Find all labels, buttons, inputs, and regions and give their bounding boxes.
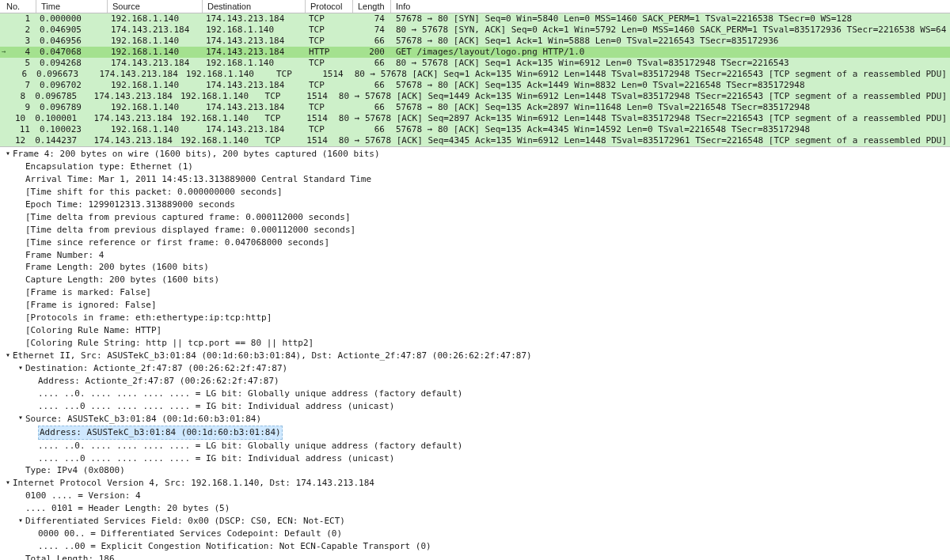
packet-row[interactable]: 80.096785174.143.213.184192.168.1.140TCP…	[0, 91, 950, 102]
cell-no: 10	[2, 113, 30, 124]
detail-text: Arrival Time: Mar 1, 2011 14:45:13.31388…	[25, 173, 371, 186]
cell-info: GET /images/layout/logo.png HTTP/1.0	[391, 47, 950, 58]
cell-info: 80 → 57678 [ACK] Seq=4345 Ack=135 Win=69…	[334, 135, 950, 146]
detail-line[interactable]: [Coloring Rule String: http || tcp.port …	[0, 337, 950, 350]
tree-toggle-icon[interactable]	[3, 350, 13, 361]
packet-row[interactable]: 120.144237174.143.213.184192.168.1.140TC…	[0, 135, 950, 146]
cell-info: 80 → 57678 [ACK] Seq=1 Ack=135 Win=6912 …	[391, 58, 950, 69]
col-header-destination[interactable]: Destination	[203, 0, 306, 13]
detail-line[interactable]: Total Length: 186	[0, 553, 950, 560]
packet-row[interactable]: →40.047068192.168.1.140174.143.213.184HT…	[0, 47, 950, 58]
cell-time: 0.094268	[35, 58, 106, 69]
detail-text: Total Length: 186	[25, 553, 115, 560]
tree-toggle-icon[interactable]	[16, 515, 25, 527]
cell-time: 0.046905	[35, 25, 106, 36]
col-header-info[interactable]: Info	[391, 0, 950, 13]
cell-time: 0.096702	[35, 80, 106, 91]
detail-line[interactable]: [Protocols in frame: eth:ethertype:ip:tc…	[0, 312, 950, 324]
cell-destination: 192.168.1.140	[176, 91, 260, 102]
packet-row[interactable]: 20.046905174.143.213.184192.168.1.140TCP…	[0, 25, 950, 36]
cell-destination: 174.143.213.184	[201, 36, 304, 47]
packet-row[interactable]: 70.096702192.168.1.140174.143.213.184TCP…	[0, 80, 950, 91]
detail-line[interactable]: Ethernet II, Src: ASUSTekC_b3:01:84 (00:…	[0, 350, 950, 362]
detail-line[interactable]: 0100 .... = Version: 4	[0, 490, 950, 502]
detail-line[interactable]: Differentiated Services Field: 0x00 (DSC…	[0, 515, 950, 528]
cell-no: 9	[2, 102, 35, 113]
cell-info: 57678 → 80 [ACK] Seq=135 Ack=2897 Win=11…	[391, 102, 950, 113]
detail-line[interactable]: .... ...0 .... .... .... .... = IG bit: …	[0, 452, 950, 465]
detail-line[interactable]: Destination: Actionte_2f:47:87 (00:26:62…	[0, 362, 950, 375]
cell-destination: 174.143.213.184	[201, 13, 304, 25]
col-header-source[interactable]: Source	[108, 0, 203, 13]
detail-line[interactable]: [Time shift for this packet: 0.000000000…	[0, 186, 950, 199]
detail-line[interactable]: Frame Length: 200 bytes (1600 bits)	[0, 261, 950, 274]
tree-toggle-icon[interactable]	[16, 412, 25, 424]
packet-row[interactable]: 10.000000192.168.1.140174.143.213.184TCP…	[0, 13, 950, 25]
detail-text: Frame Number: 4	[25, 249, 104, 262]
col-header-no[interactable]: No.	[2, 0, 36, 13]
detail-line[interactable]: [Time delta from previous displayed fram…	[0, 224, 950, 236]
cell-source: 174.143.213.184	[94, 69, 180, 80]
col-header-time[interactable]: Time	[36, 0, 108, 13]
cell-length: 66	[352, 124, 391, 135]
cell-source: 174.143.213.184	[106, 58, 201, 69]
detail-line[interactable]: .... 0101 = Header Length: 20 bytes (5)	[0, 502, 950, 515]
detail-line[interactable]: .... ..0. .... .... .... .... = LG bit: …	[0, 440, 950, 452]
detail-text: [Time shift for this packet: 0.000000000…	[25, 186, 283, 199]
detail-line[interactable]: [Frame is ignored: False]	[0, 299, 950, 312]
detail-text: Destination: Actionte_2f:47:87 (00:26:62…	[25, 362, 287, 375]
cell-destination: 192.168.1.140	[176, 113, 260, 124]
tree-toggle-icon[interactable]	[3, 148, 13, 160]
detail-line[interactable]: Address: ASUSTekC_b3:01:84 (00:1d:60:b3:…	[0, 426, 950, 440]
detail-text: Internet Protocol Version 4, Src: 192.16…	[13, 477, 374, 490]
detail-line[interactable]: 0000 00.. = Differentiated Services Code…	[0, 528, 950, 540]
tree-toggle-icon[interactable]	[16, 362, 25, 374]
detail-line[interactable]: [Frame is marked: False]	[0, 286, 950, 299]
detail-text: [Coloring Rule Name: HTTP]	[25, 324, 162, 337]
detail-line[interactable]: .... ...0 .... .... .... .... = IG bit: …	[0, 400, 950, 413]
detail-text: Encapsulation type: Ethernet (1)	[25, 161, 193, 173]
detail-line[interactable]: Encapsulation type: Ethernet (1)	[0, 161, 950, 173]
cell-source: 192.168.1.140	[106, 36, 201, 47]
detail-line[interactable]: .... ..0. .... .... .... .... = LG bit: …	[0, 388, 950, 400]
detail-line[interactable]: .... ..00 = Explicit Congestion Notifica…	[0, 540, 950, 553]
cell-protocol: TCP	[272, 69, 314, 80]
cell-time: 0.100001	[30, 113, 89, 124]
cell-destination: 174.143.213.184	[201, 47, 304, 58]
detail-line[interactable]: Type: IPv4 (0x0800)	[0, 464, 950, 477]
detail-line[interactable]: Frame 4: 200 bytes on wire (1600 bits), …	[0, 148, 950, 161]
cell-source: 174.143.213.184	[89, 135, 176, 146]
packet-row[interactable]: 110.100023192.168.1.140174.143.213.184TC…	[0, 124, 950, 135]
detail-text: [Protocols in frame: eth:ethertype:ip:tc…	[25, 312, 272, 324]
detail-line[interactable]: Source: ASUSTekC_b3:01:84 (00:1d:60:b3:0…	[0, 413, 950, 426]
detail-line[interactable]: [Time since reference or first frame: 0.…	[0, 236, 950, 249]
cell-no: 11	[2, 124, 35, 135]
cell-no: 6	[2, 69, 32, 80]
current-row-marker-icon: →	[2, 47, 6, 57]
detail-line[interactable]: Address: Actionte_2f:47:87 (00:26:62:2f:…	[0, 375, 950, 388]
detail-line[interactable]: [Time delta from previous captured frame…	[0, 211, 950, 224]
detail-line[interactable]: Internet Protocol Version 4, Src: 192.16…	[0, 477, 950, 490]
detail-line[interactable]: [Coloring Rule Name: HTTP]	[0, 324, 950, 337]
tree-toggle-icon[interactable]	[3, 477, 13, 489]
packet-row[interactable]: 100.100001174.143.213.184192.168.1.140TC…	[0, 113, 950, 124]
cell-protocol: TCP	[304, 13, 352, 25]
packet-row[interactable]: 90.096789192.168.1.140174.143.213.184TCP…	[0, 102, 950, 113]
detail-text: Differentiated Services Field: 0x00 (DSC…	[25, 515, 345, 528]
cell-length: 74	[352, 13, 391, 25]
cell-time: 0.047068	[35, 47, 106, 58]
detail-text: [Coloring Rule String: http || tcp.port …	[25, 337, 314, 350]
detail-line[interactable]: Frame Number: 4	[0, 249, 950, 262]
packet-row[interactable]: 50.094268174.143.213.184192.168.1.140TCP…	[0, 58, 950, 69]
cell-destination: 174.143.213.184	[201, 80, 304, 91]
cell-no: 1	[2, 13, 35, 25]
packet-row[interactable]: 30.046956192.168.1.140174.143.213.184TCP…	[0, 36, 950, 47]
col-header-length[interactable]: Length	[353, 0, 391, 13]
packet-row[interactable]: 60.096673174.143.213.184192.168.1.140TCP…	[0, 69, 950, 80]
detail-text: Address: ASUSTekC_b3:01:84 (00:1d:60:b3:…	[38, 426, 283, 440]
col-header-protocol[interactable]: Protocol	[306, 0, 353, 13]
detail-line[interactable]: Capture Length: 200 bytes (1600 bits)	[0, 274, 950, 286]
detail-line[interactable]: Epoch Time: 1299012313.313889000 seconds	[0, 199, 950, 211]
detail-line[interactable]: Arrival Time: Mar 1, 2011 14:45:13.31388…	[0, 173, 950, 186]
cell-destination: 174.143.213.184	[201, 124, 304, 135]
